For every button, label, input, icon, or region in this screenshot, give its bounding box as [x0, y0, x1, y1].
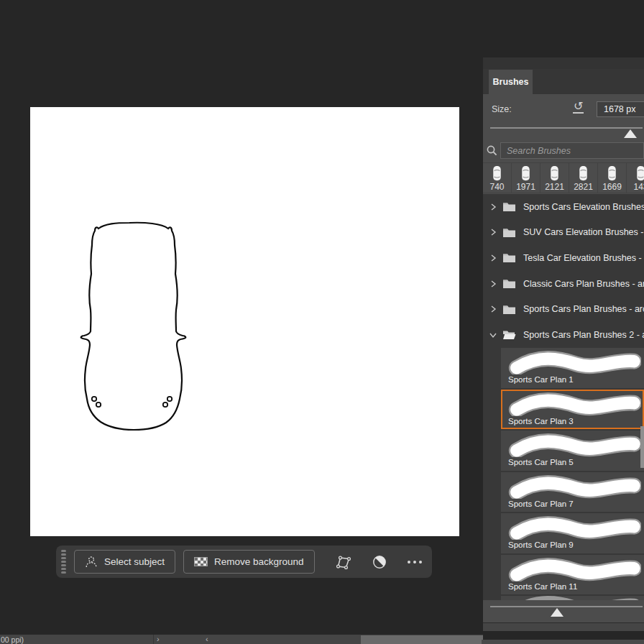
brush-folder-label: Sports Cars Plan Brushes - arch	[523, 304, 644, 314]
brush-preset-name: Sports Car Plan 5	[508, 458, 643, 466]
brush-tip-preview[interactable]: 1669	[598, 163, 627, 193]
status-text: 00 ppi)	[1, 635, 24, 644]
chevron-right-icon[interactable]	[488, 202, 500, 212]
brush-folder-row[interactable]: Sports Cars Plan Brushes 2 - a	[483, 322, 644, 348]
transform-quad-icon	[334, 553, 351, 571]
footer-slider-thumb[interactable]	[551, 608, 564, 617]
brush-tip-preview[interactable]: 2821	[569, 163, 598, 193]
remove-background-button[interactable]: Remove background	[183, 550, 315, 574]
scroll-left-arrow-icon[interactable]: ‹	[206, 635, 208, 643]
car-plan-outline-drawing	[30, 107, 459, 536]
reset-size-icon[interactable]: ↺	[573, 101, 584, 114]
brush-preset-name: Sports Car Plan 1	[508, 375, 643, 384]
brush-size-input[interactable]: 1678 px	[597, 101, 644, 117]
brush-size-number: 2821	[574, 182, 593, 192]
brush-stroke-preview	[508, 558, 641, 581]
brush-size-number: 143	[633, 182, 644, 192]
brush-folder-label: Tesla Car Elevation Brushes - a	[523, 253, 644, 263]
brush-folder-label: Sports Cars Plan Brushes 2 - a	[523, 330, 644, 340]
brush-preset-item[interactable]: Sports Car Plan 9	[501, 513, 644, 553]
panel-lower-strip	[483, 623, 644, 631]
search-icon	[486, 144, 498, 157]
folder-icon	[502, 201, 517, 212]
brush-size-number: 2121	[545, 182, 564, 192]
more-options-button[interactable]	[408, 561, 422, 564]
brush-preset-list: Sports Car Plan 1 Sports Car Plan 3	[501, 348, 644, 600]
folder-icon	[502, 227, 517, 238]
footer-slider-track[interactable]	[490, 606, 643, 607]
panel-body: Size: ↺ 1678 px	[483, 94, 644, 631]
brush-tip-preview[interactable]: 2121	[540, 163, 569, 193]
brush-tip-preview-row: 740 1971	[483, 162, 644, 193]
brush-size-number: 1669	[602, 182, 622, 192]
panel-footer	[483, 600, 644, 622]
lower-panel-edge	[482, 640, 644, 644]
brush-size-number: 740	[489, 182, 504, 192]
brush-stroke-preview	[508, 475, 641, 499]
horizontal-scrollbar-thumb[interactable]	[361, 635, 483, 644]
chevron-right-icon[interactable]	[488, 279, 500, 289]
size-slider-track[interactable]	[490, 127, 643, 129]
chevron-right-icon[interactable]	[488, 227, 500, 237]
size-slider-thumb[interactable]	[624, 129, 637, 138]
document-status-bar: 00 ppi) › ‹	[0, 635, 483, 644]
brush-folder-label: Sports Cars Elevation Brushes	[523, 202, 644, 212]
open-folder-icon	[502, 329, 517, 340]
tab-brushes[interactable]: Brushes	[489, 70, 533, 94]
panel-top-strip	[483, 58, 644, 69]
brush-stroke-preview	[508, 392, 641, 416]
car-top-view-icon	[492, 165, 502, 182]
remove-background-label: Remove background	[214, 556, 304, 567]
brush-preset-item[interactable]: Sports Car Plan 1	[501, 348, 644, 388]
photoshop-workspace: Select subject Remove background	[0, 0, 644, 644]
adjustments-button[interactable]	[371, 553, 388, 571]
chevron-right-icon[interactable]	[488, 253, 500, 263]
brush-tip-preview[interactable]: 740	[483, 163, 512, 193]
brush-folder-list: Sports Cars Elevation Brushes	[483, 194, 644, 348]
select-subject-label: Select subject	[104, 556, 165, 567]
brush-folder-row[interactable]: Tesla Car Elevation Brushes - a	[483, 245, 644, 271]
size-label: Size:	[492, 104, 512, 114]
document-canvas[interactable]	[30, 107, 459, 536]
car-top-view-icon	[607, 165, 617, 182]
folder-icon	[502, 304, 517, 315]
car-top-view-icon	[635, 165, 644, 182]
person-icon	[85, 556, 98, 569]
chevron-down-icon[interactable]	[488, 330, 500, 340]
brush-preset-name: Sports Car Plan 9	[508, 540, 643, 549]
brush-list-area: Sports Cars Elevation Brushes	[483, 194, 644, 600]
brush-preset-item[interactable]: Sports Car Plan 3	[501, 390, 644, 430]
panel-tab-bar: Brushes	[483, 69, 644, 94]
search-brushes-input[interactable]	[500, 142, 644, 159]
brush-preset-name: Sports Car Plan 11	[508, 582, 643, 591]
taskbar-drag-handle[interactable]	[61, 550, 66, 574]
brush-stroke-preview	[508, 351, 641, 374]
status-menu-arrow-icon[interactable]: ›	[157, 635, 160, 643]
folder-icon	[502, 252, 517, 263]
brush-stroke-preview	[508, 433, 641, 457]
brush-folder-row[interactable]: Sports Cars Plan Brushes - arch	[483, 296, 644, 322]
folder-icon	[502, 278, 517, 289]
brush-tip-preview[interactable]: 1971	[512, 163, 540, 193]
brush-preset-item[interactable]: Sports Car Plan 7	[501, 472, 644, 512]
brush-preset-name: Sports Car Plan 3	[508, 417, 643, 426]
brush-folder-label: Classic Cars Plan Brushes - arc	[523, 279, 644, 289]
brush-tip-preview[interactable]: 143	[627, 163, 644, 193]
contextual-taskbar: Select subject Remove background	[56, 546, 432, 578]
status-divider	[153, 635, 154, 644]
brush-preset-item[interactable]: Sports Car Plan 5	[501, 431, 644, 471]
transform-button[interactable]	[334, 553, 351, 571]
brushes-panel: Brushes Size: ↺ 1678 px	[483, 58, 644, 631]
brush-folder-row[interactable]: Sports Cars Elevation Brushes	[483, 194, 644, 220]
car-top-view-icon	[549, 165, 560, 182]
chevron-right-icon[interactable]	[488, 304, 500, 314]
brush-stroke-preview	[508, 516, 641, 540]
brush-folder-row[interactable]: Classic Cars Plan Brushes - arc	[483, 271, 644, 297]
brush-size-number: 1971	[516, 182, 535, 192]
brush-preset-item[interactable]: Sports Car Plan 11	[501, 555, 644, 595]
car-top-view-icon	[520, 165, 531, 182]
select-subject-button[interactable]: Select subject	[74, 550, 175, 574]
vertical-scrollbar-thumb[interactable]	[640, 426, 644, 468]
half-filled-circle-icon	[372, 554, 387, 570]
brush-folder-row[interactable]: SUV Cars Elevation Brushes - a	[483, 220, 644, 246]
